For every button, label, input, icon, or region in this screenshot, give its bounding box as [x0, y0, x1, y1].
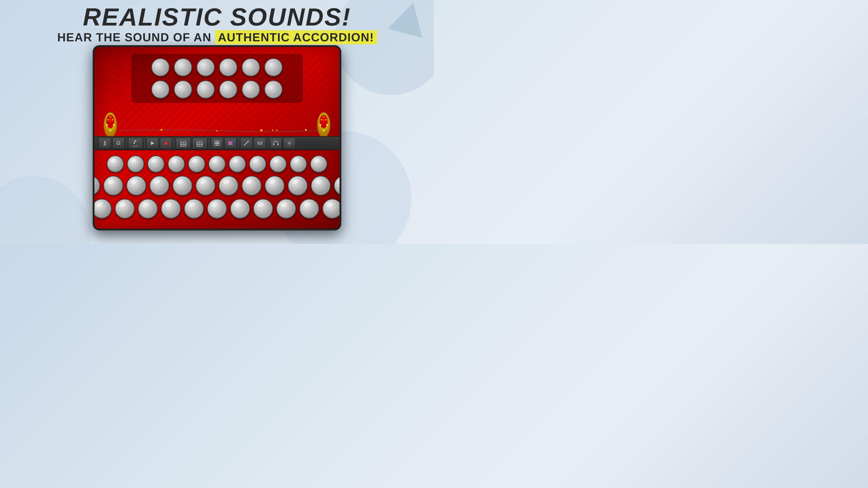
grid-button[interactable] — [211, 138, 223, 149]
key-2-6[interactable] — [195, 176, 215, 196]
svg-point-19 — [272, 129, 273, 131]
bell-button[interactable] — [113, 138, 124, 149]
key-3-11[interactable] — [322, 199, 341, 219]
svg-point-55 — [289, 142, 290, 144]
key-row-1 — [107, 156, 327, 173]
play-button[interactable] — [147, 138, 158, 149]
register-btn-2-5[interactable] — [242, 80, 260, 98]
svg-point-46 — [248, 141, 249, 142]
key-3-9[interactable] — [276, 199, 296, 219]
key-1-11[interactable] — [310, 156, 327, 173]
key-3-6[interactable] — [207, 199, 227, 219]
key-1-8[interactable] — [249, 156, 266, 173]
colors-button[interactable] — [225, 138, 237, 149]
key-3-5[interactable] — [184, 199, 204, 219]
svg-rect-39 — [230, 141, 231, 145]
accordion-wrapper: E/A/D TECLAS — [93, 45, 341, 230]
register-btn-1-6[interactable] — [265, 58, 283, 76]
svg-point-3 — [106, 124, 108, 126]
register-btn-2-4[interactable] — [219, 80, 237, 98]
baixos-button[interactable]: BAIXOS — [192, 138, 207, 149]
subtitle-highlight: AUTHENTIC ACCORDION! — [215, 30, 377, 44]
subtitle: HEAR THE SOUND OF AN AUTHENTIC ACCORDION… — [0, 31, 434, 44]
headphones-button[interactable] — [270, 138, 282, 149]
svg-point-16 — [161, 129, 162, 131]
key-3-10[interactable] — [299, 199, 319, 219]
sep-4 — [209, 139, 209, 148]
key-2-7[interactable] — [219, 176, 239, 196]
register-btn-2-2[interactable] — [174, 80, 192, 98]
key-3-4[interactable] — [161, 199, 181, 219]
register-btn-1-5[interactable] — [242, 58, 260, 76]
key-2-3[interactable] — [126, 176, 146, 196]
slope-button[interactable] — [241, 138, 252, 149]
svg-marker-25 — [151, 141, 154, 145]
svg-rect-50 — [258, 142, 258, 143]
ornament-right — [315, 110, 333, 140]
key-2-1[interactable] — [93, 176, 100, 196]
sep-5 — [238, 139, 239, 148]
svg-point-45 — [246, 142, 247, 144]
svg-rect-34 — [215, 141, 217, 143]
key-1-9[interactable] — [270, 156, 287, 173]
register-btn-2-3[interactable] — [197, 80, 215, 98]
register-btn-2-1[interactable] — [151, 80, 169, 98]
svg-point-21 — [305, 129, 307, 131]
settings-button[interactable] — [283, 138, 295, 149]
keyboard-section — [94, 151, 340, 229]
mixer-button[interactable] — [254, 138, 266, 149]
key-1-6[interactable] — [209, 156, 225, 173]
key-3-3[interactable] — [138, 199, 158, 219]
key-1-3[interactable] — [147, 156, 164, 173]
svg-rect-41 — [228, 141, 233, 142]
key-1-1[interactable] — [107, 156, 124, 173]
top-button-row-1 — [151, 58, 283, 76]
key-1-7[interactable] — [229, 156, 246, 173]
key-1-10[interactable] — [290, 156, 307, 173]
svg-rect-40 — [231, 141, 232, 145]
svg-rect-52 — [261, 142, 262, 143]
key-2-8[interactable] — [242, 176, 261, 196]
register-btn-1-3[interactable] — [197, 58, 215, 76]
svg-point-14 — [321, 119, 322, 121]
svg-point-12 — [326, 124, 328, 126]
svg-point-11 — [319, 124, 321, 126]
key-2-12[interactable] — [334, 176, 341, 196]
ornament-left — [101, 110, 119, 140]
key-1-5[interactable] — [188, 156, 205, 173]
svg-point-2 — [108, 128, 113, 133]
key-2-4[interactable] — [149, 176, 169, 196]
record-button[interactable] — [160, 138, 172, 149]
key-2-11[interactable] — [311, 176, 331, 196]
metronome-button[interactable] — [99, 138, 111, 149]
register-btn-2-6[interactable] — [265, 80, 283, 98]
register-btn-1-4[interactable] — [219, 58, 237, 76]
register-btn-1-2[interactable] — [174, 58, 192, 76]
key-2-9[interactable] — [265, 176, 285, 196]
svg-point-15 — [325, 119, 327, 121]
bg-decoration-circle-3 — [0, 176, 90, 244]
register-btn-1-1[interactable] — [151, 58, 169, 76]
key-2-5[interactable] — [173, 176, 192, 196]
top-button-row-2 — [151, 80, 283, 98]
svg-rect-35 — [217, 141, 219, 143]
key-3-2[interactable] — [115, 199, 135, 219]
key-1-2[interactable] — [127, 156, 144, 173]
key-1-4[interactable] — [168, 156, 185, 173]
svg-point-20 — [276, 130, 278, 131]
teclas-button[interactable]: TECLAS — [176, 138, 191, 149]
key-2-2[interactable] — [103, 176, 123, 196]
key-3-1[interactable] — [93, 199, 112, 219]
key-2-10[interactable] — [288, 176, 308, 196]
key-3-8[interactable] — [253, 199, 273, 219]
notation-button[interactable]: E/A/D — [128, 138, 143, 149]
key-3-7[interactable] — [230, 199, 250, 219]
svg-point-17 — [216, 130, 218, 131]
top-buttons-section — [131, 54, 303, 103]
main-title: REALISTIC SOUNDS! — [0, 4, 434, 29]
svg-point-7 — [112, 119, 113, 121]
key-row-2 — [93, 176, 341, 196]
svg-point-10 — [321, 128, 326, 133]
svg-rect-38 — [228, 141, 230, 145]
svg-rect-54 — [277, 144, 278, 145]
